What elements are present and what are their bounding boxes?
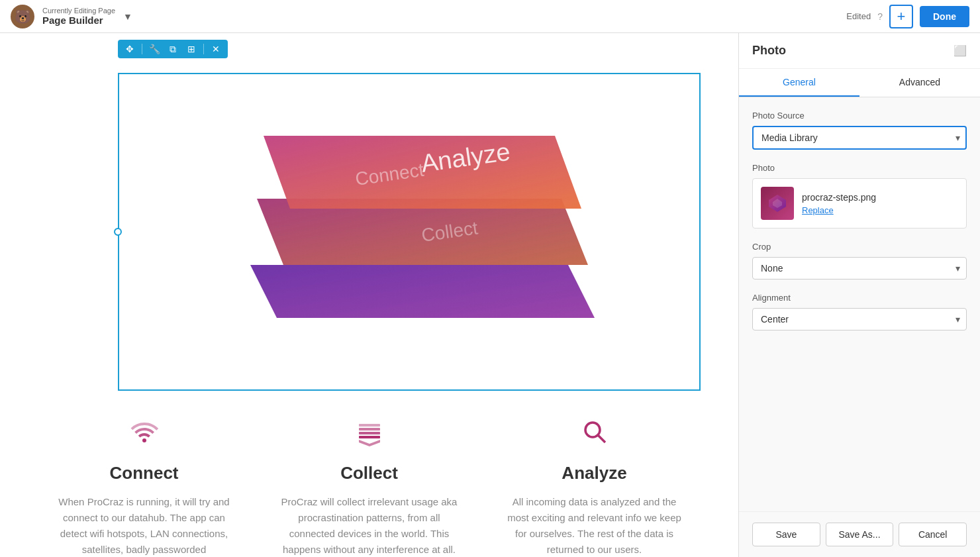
svg-marker-0 — [250, 265, 595, 318]
crop-select[interactable]: None 16:9 4:3 1:1 — [752, 257, 967, 279]
panel-title: Photo — [752, 44, 786, 58]
wrench-icon[interactable]: 🔧 — [148, 42, 161, 56]
feature-title-connect: Connect — [110, 463, 179, 483]
wifi-icon — [130, 417, 159, 452]
canvas-area: ✥ 🔧 ⧉ ⊞ ✕ — [0, 33, 738, 557]
right-panel: Photo ⬜ General Advanced Photo Source Me… — [738, 33, 980, 557]
feature-desc-analyze: All incoming data is analyzed and the mo… — [502, 494, 687, 557]
crop-group: Crop None 16:9 4:3 1:1 ▾ — [752, 242, 967, 279]
selected-image-container[interactable]: Collect Connect Analyze — [118, 73, 701, 391]
photo-source-select-wrapper: Media Library URL ▾ — [752, 126, 967, 150]
panel-header: Photo ⬜ — [739, 33, 980, 69]
feature-desc-collect: ProCraz will collect irrelevant usage ak… — [277, 494, 462, 557]
photo-field-group: Photo — [752, 163, 967, 228]
svg-rect-7 — [359, 432, 380, 434]
save-button[interactable]: Save — [752, 523, 820, 546]
svg-rect-9 — [359, 424, 380, 427]
feature-col-analyze: Analyze All incoming data is analyzed an… — [482, 417, 707, 557]
feature-col-collect: Collect ProCraz will collect irrelevant … — [257, 417, 482, 557]
toolbar-divider-2 — [203, 44, 204, 54]
feature-col-connect: Connect When ProCraz is running, it will… — [32, 417, 257, 557]
save-as-button[interactable]: Save As... — [826, 523, 894, 546]
done-button[interactable]: Done — [920, 6, 969, 27]
edited-label: Edited — [846, 11, 871, 21]
svg-line-12 — [598, 435, 605, 442]
chevron-down-icon[interactable]: ▼ — [123, 11, 132, 22]
crop-select-wrapper: None 16:9 4:3 1:1 ▾ — [752, 257, 967, 279]
photo-thumbnail — [761, 187, 794, 220]
tab-advanced[interactable]: Advanced — [859, 69, 980, 97]
feature-section: Connect When ProCraz is running, it will… — [0, 391, 738, 557]
page-builder-label: Page Builder — [42, 15, 115, 26]
currently-editing-label: Currently Editing Page — [42, 7, 115, 15]
alignment-group: Alignment Center Left Right ▾ — [752, 293, 967, 330]
search-icon — [580, 417, 609, 452]
photo-label: Photo — [752, 163, 967, 173]
copy-icon[interactable]: ⧉ — [166, 42, 179, 56]
alignment-select-wrapper: Center Left Right ▾ — [752, 308, 967, 330]
panel-content: Photo Source Media Library URL ▾ Photo — [739, 97, 980, 511]
photo-field: procraz-steps.png Replace — [752, 178, 967, 228]
avatar: 🐻 — [11, 5, 34, 28]
close-icon[interactable]: ✕ — [209, 42, 222, 56]
alignment-label: Alignment — [752, 293, 967, 303]
svg-rect-6 — [359, 436, 380, 438]
move-icon[interactable]: ✥ — [123, 42, 136, 56]
help-icon[interactable]: ? — [877, 11, 883, 22]
resize-handle[interactable] — [114, 228, 122, 236]
photo-source-select[interactable]: Media Library URL — [752, 126, 967, 150]
main-layout: ✥ 🔧 ⧉ ⊞ ✕ — [0, 33, 980, 557]
photo-source-group: Photo Source Media Library URL ▾ — [752, 111, 967, 150]
element-toolbar: ✥ 🔧 ⧉ ⊞ ✕ — [118, 40, 228, 58]
crop-label: Crop — [752, 242, 967, 252]
feature-title-collect: Collect — [340, 463, 398, 483]
photo-filename: procraz-steps.png — [802, 192, 876, 203]
svg-rect-8 — [359, 428, 380, 430]
top-bar-left: 🐻 Currently Editing Page Page Builder ▼ — [11, 5, 132, 28]
photo-source-label: Photo Source — [752, 111, 967, 121]
cancel-button[interactable]: Cancel — [899, 523, 967, 546]
feature-title-analyze: Analyze — [562, 463, 626, 483]
toolbar-divider — [142, 44, 142, 54]
feature-desc-connect: When ProCraz is running, it will try and… — [52, 494, 237, 557]
replace-link[interactable]: Replace — [802, 205, 876, 215]
add-button[interactable]: + — [889, 5, 913, 28]
panel-collapse-icon[interactable]: ⬜ — [954, 44, 967, 57]
top-bar: 🐻 Currently Editing Page Page Builder ▼ … — [0, 0, 980, 33]
columns-icon[interactable]: ⊞ — [185, 42, 198, 56]
top-bar-right: Edited ? + Done — [846, 5, 969, 28]
layers-image: Collect Connect Analyze — [217, 93, 601, 371]
tab-general[interactable]: General — [739, 69, 859, 97]
photo-info: procraz-steps.png Replace — [802, 192, 876, 215]
panel-tabs: General Advanced — [739, 69, 980, 97]
top-bar-title: Currently Editing Page Page Builder — [42, 7, 115, 26]
alignment-select[interactable]: Center Left Right — [752, 308, 967, 330]
stack-icon — [355, 417, 384, 452]
svg-marker-10 — [359, 440, 380, 446]
svg-point-11 — [585, 423, 600, 437]
panel-actions: Save Save As... Cancel — [739, 511, 980, 557]
